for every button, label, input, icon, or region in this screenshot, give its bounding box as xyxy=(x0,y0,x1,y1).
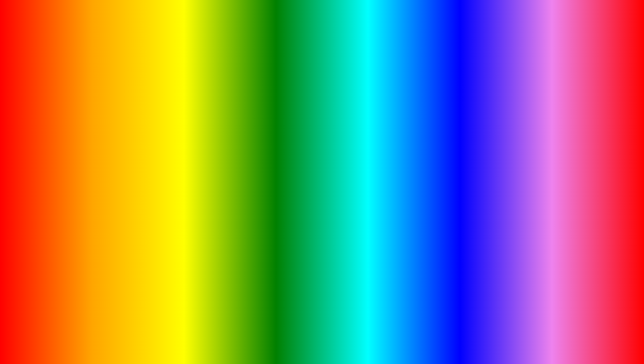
auto-kaitan-toggle[interactable] xyxy=(201,167,214,174)
nav-stats-label: Stats xyxy=(41,165,51,170)
auto-select-dungeon-row: ✔ Auto Select Dungeon xyxy=(335,187,475,198)
auto-kaitan-label: Auto Kaitan xyxy=(85,168,107,173)
auto-awakener-label: Auto Awakener xyxy=(343,146,372,151)
right-raid-icon: 🎯 xyxy=(290,190,297,197)
right-nav-main[interactable]: ⚙ Main xyxy=(286,135,332,148)
player-icon: 👤 xyxy=(31,177,39,184)
right-nav-teleport-label: Teleport xyxy=(299,204,315,209)
bottom-script-text: SCRIPT xyxy=(283,318,393,352)
auto-farm-dungeon-check: ✔ xyxy=(338,134,341,139)
auto-farm-level-row: ✔ Auto Farm Level xyxy=(77,153,217,164)
auto-farm-dungeon-label: Auto Farm Dungeon xyxy=(343,134,382,139)
right-main-icon: ⚙ xyxy=(290,138,297,145)
select-chips-check: ✔ xyxy=(338,169,341,174)
right-nav-weapons-label: Weapons xyxy=(299,152,318,157)
select-weapon-dropdown-icon[interactable]: ▲ xyxy=(210,124,214,129)
nav-stats[interactable]: 📈 Stats xyxy=(27,161,74,174)
auto-kaitan-row: ✔ Auto Kaitan xyxy=(77,165,217,176)
right-nav-main-label: Main xyxy=(299,139,309,144)
right-home-icon: 🏠 xyxy=(290,125,297,132)
right-nav-raid-label: Raid xyxy=(299,191,308,196)
right-weapons-icon: ⚔ xyxy=(290,151,297,158)
auto-awakener-check: ✔ xyxy=(338,146,341,151)
bottom-auto-text: AUTO xyxy=(90,318,175,352)
select-weapon-header: ✔ Select Weapon ▲ xyxy=(77,122,217,131)
auto-farm-nearest-toggle[interactable] xyxy=(201,179,214,186)
right-nav-player-label: Player xyxy=(299,178,312,183)
bottom-pastebin-text: PASTEBIN xyxy=(404,318,554,352)
right-nav-stats-label: Stats xyxy=(299,165,309,170)
wait-for-dungeon-label: Wait For Dungeon xyxy=(335,122,475,130)
right-player-icon: 👤 xyxy=(290,177,297,184)
select-weapon-label: Select Weapon xyxy=(85,124,114,129)
title-blox: BLOX xyxy=(142,7,291,67)
auto-awakener-row: ✔ Auto Awakener xyxy=(335,143,475,154)
select-first-input[interactable] xyxy=(335,177,475,186)
farm-distance-input[interactable] xyxy=(196,191,214,198)
fruits-logo-icon: 💀 xyxy=(577,312,617,345)
right-nav-teleport[interactable]: 📍 Teleport xyxy=(286,200,332,213)
nav-home-label: Home xyxy=(41,126,52,131)
nav-raid[interactable]: 🎯 Raid xyxy=(27,187,74,200)
auto-farm-level-label: Auto Farm Level xyxy=(85,156,116,161)
nav-main[interactable]: ⚙ Main xyxy=(27,135,74,148)
auto-select-dungeon-check: ✔ xyxy=(338,190,341,195)
auto-farm-nearest-row: ✔ Auto Farm Nearest xyxy=(77,177,217,188)
nav-main-label: Main xyxy=(41,139,50,144)
right-teleport-icon: 📍 xyxy=(290,203,297,210)
nav-teleport[interactable]: 📍 Teleport xyxy=(27,200,74,213)
kill-aura-row: ✔ Kill Aura xyxy=(335,155,475,166)
panel-right: Domagic hub | BLOX FRUIT | Home RightCon… xyxy=(285,114,479,224)
right-nav-home-label: Home xyxy=(299,126,311,131)
panel-left: Domagic hub | BLOX FRUIT | Home RightCon… xyxy=(27,114,220,224)
auto-farm-level-toggle[interactable] xyxy=(201,155,214,162)
main-title: BLOX FRUITS xyxy=(142,7,502,68)
teleport-icon: 📍 xyxy=(31,203,39,210)
dark-overlay-right xyxy=(591,3,641,361)
title-fruits: FRUITS xyxy=(309,7,502,67)
auto-farm-nearest-check: ✔ xyxy=(79,180,83,185)
nav-player[interactable]: 👤 Player xyxy=(27,174,74,187)
fruits-logo-emoji: 💀 xyxy=(589,321,606,337)
raid-icon: 🎯 xyxy=(31,190,39,197)
auto-farm-dungeon-toggle[interactable] xyxy=(459,133,473,140)
right-nav-home[interactable]: 🏠 Home xyxy=(286,122,332,135)
auto-kaitan-check: ✔ xyxy=(79,168,83,173)
right-nav-raid[interactable]: 🎯 Raid xyxy=(286,187,332,200)
right-stats-icon: 📈 xyxy=(290,164,297,171)
nav-weapons[interactable]: ⚔ Weapons xyxy=(27,148,74,161)
auto-awakener-toggle[interactable] xyxy=(459,145,473,152)
label-the-best-top: THE BEST TOP xyxy=(290,99,405,119)
bottom-farm-text: FARM xyxy=(186,318,271,352)
panel-left-header-right: RightCont xyxy=(202,115,217,119)
fruits-logo-text: FRUITS xyxy=(577,347,617,357)
select-weapon-check: ✔ xyxy=(79,124,83,129)
auto-select-dungeon-label: Auto Select Dungeon xyxy=(343,190,384,195)
bottom-title: AUTO FARM SCRIPT PASTEBIN xyxy=(90,318,554,352)
nav-player-label: Player xyxy=(41,178,53,183)
farm-nearest-distance-row: ✔ Farm Nearest Distance xyxy=(77,189,217,200)
right-nav-weapons[interactable]: ⚔ Weapons xyxy=(286,148,332,161)
label-best-mastery: BEST MASTERY xyxy=(33,99,155,119)
auto-farm-level-check: ✔ xyxy=(79,156,83,161)
panel-left-nav: 🏠 Home ⚙ Main ⚔ Weapons 📈 Stats 👤 Player… xyxy=(27,114,74,223)
auto-select-dungeon-toggle[interactable] xyxy=(459,189,473,196)
panel-right-content: Wait For Dungeon ✔ Auto Farm Dungeon ✔ A… xyxy=(333,114,478,223)
weapon-input[interactable] xyxy=(77,132,217,141)
select-chips-header: ✔ Select Chips ▲ xyxy=(335,167,475,176)
auto-farm-nearest-label: Auto Farm Nearest xyxy=(85,180,121,185)
right-nav-stats[interactable]: 📈 Stats xyxy=(286,161,332,174)
panel-right-header-right: RightCont xyxy=(461,115,475,119)
panel-right-nav: 🏠 Home ⚙ Main ⚔ Weapons 📈 Stats 👤 Player… xyxy=(286,114,333,223)
select-chips-label: Select Chips xyxy=(343,169,368,174)
nav-teleport-label: Teleport xyxy=(41,204,56,209)
nav-home[interactable]: 🏠 Home xyxy=(27,122,74,135)
kill-aura-toggle[interactable] xyxy=(459,157,473,164)
kill-aura-check: ✔ xyxy=(338,158,341,163)
farm-distance-check: ✔ xyxy=(79,192,83,197)
fruits-logo: 💀 FRUITS xyxy=(577,312,617,357)
right-nav-player[interactable]: 👤 Player xyxy=(286,174,332,187)
stats-icon: 📈 xyxy=(31,164,39,171)
refresh-weapon-button[interactable]: Refresh Weapon xyxy=(77,142,217,152)
select-chips-dropdown-icon[interactable]: ▲ xyxy=(468,169,473,174)
